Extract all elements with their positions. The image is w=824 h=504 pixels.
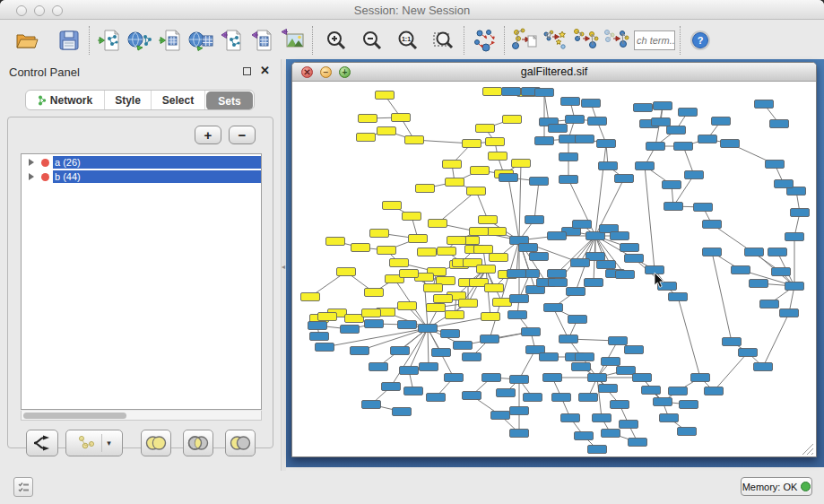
- network-node-blue[interactable]: [585, 279, 603, 287]
- save-session-button[interactable]: [54, 25, 84, 56]
- network-node-yellow[interactable]: [405, 136, 424, 144]
- export-table-button[interactable]: [247, 25, 277, 56]
- tab-style[interactable]: Style: [105, 91, 152, 109]
- network-node-blue[interactable]: [441, 330, 460, 338]
- network-node-blue[interactable]: [732, 266, 750, 274]
- network-node-blue[interactable]: [629, 439, 647, 447]
- network-node-blue[interactable]: [559, 335, 578, 343]
- network-node-yellow[interactable]: [493, 299, 512, 307]
- network-node-blue[interactable]: [510, 295, 529, 303]
- network-edge[interactable]: [678, 297, 700, 378]
- network-node-blue[interactable]: [705, 387, 724, 395]
- network-node-blue[interactable]: [482, 374, 501, 382]
- network-node-blue[interactable]: [646, 143, 665, 151]
- network-node-blue[interactable]: [588, 446, 607, 454]
- network-edge[interactable]: [391, 328, 428, 387]
- network-node-blue[interactable]: [310, 333, 329, 341]
- network-edge[interactable]: [714, 352, 748, 391]
- hide-selection-button[interactable]: [540, 25, 570, 56]
- close-panel-icon[interactable]: ✕: [260, 64, 270, 77]
- combo-arrow-icon[interactable]: ▾: [107, 439, 111, 448]
- set-union-button[interactable]: [141, 430, 171, 456]
- network-node-yellow[interactable]: [488, 228, 507, 236]
- network-node-blue[interactable]: [572, 363, 591, 371]
- network-node-blue[interactable]: [341, 326, 360, 334]
- resize-grip-icon[interactable]: [802, 443, 814, 456]
- network-frame[interactable]: ✕ − + galFiltered.sif: [291, 62, 817, 457]
- network-node-blue[interactable]: [524, 394, 542, 402]
- network-node-blue[interactable]: [576, 135, 594, 143]
- network-node-blue[interactable]: [543, 374, 562, 382]
- network-node-yellow[interactable]: [434, 295, 453, 303]
- network-node-blue[interactable]: [669, 293, 688, 301]
- network-node-blue[interactable]: [561, 98, 580, 106]
- network-node-blue[interactable]: [575, 432, 594, 440]
- network-node-blue[interactable]: [654, 102, 672, 110]
- help-button[interactable]: ?: [685, 25, 716, 56]
- network-edge[interactable]: [712, 252, 732, 342]
- network-node-blue[interactable]: [663, 181, 681, 189]
- network-node-blue[interactable]: [674, 143, 693, 151]
- network-node-yellow[interactable]: [481, 313, 500, 321]
- new-network-from-selection-button[interactable]: [509, 25, 540, 56]
- network-node-yellow[interactable]: [416, 185, 435, 193]
- network-node-blue[interactable]: [365, 320, 384, 328]
- set-row-b[interactable]: b (44): [22, 170, 261, 183]
- apply-layout-button[interactable]: [469, 25, 499, 56]
- network-node-blue[interactable]: [669, 387, 688, 395]
- network-node-yellow[interactable]: [470, 228, 489, 236]
- show-all-button[interactable]: [601, 25, 631, 56]
- network-node-blue[interactable]: [615, 175, 634, 183]
- network-node-blue[interactable]: [642, 387, 661, 395]
- network-node-blue[interactable]: [680, 401, 698, 409]
- network-node-blue[interactable]: [772, 268, 791, 276]
- network-node-blue[interactable]: [561, 414, 580, 422]
- network-node-yellow[interactable]: [337, 268, 356, 276]
- network-node-blue[interactable]: [703, 221, 722, 229]
- network-node-blue[interactable]: [567, 288, 585, 296]
- network-edge[interactable]: [595, 143, 606, 236]
- network-node-blue[interactable]: [530, 178, 549, 186]
- network-node-yellow[interactable]: [429, 220, 447, 228]
- network-node-yellow[interactable]: [476, 125, 495, 133]
- network-node-blue[interactable]: [427, 394, 446, 402]
- zoom-actual-size-button[interactable]: 1:1: [393, 25, 423, 56]
- network-edge[interactable]: [508, 178, 519, 240]
- network-edge[interactable]: [553, 308, 568, 339]
- add-set-button[interactable]: +: [195, 126, 221, 144]
- network-node-blue[interactable]: [654, 398, 672, 406]
- network-node-yellow[interactable]: [377, 247, 396, 255]
- network-node-blue[interactable]: [382, 383, 401, 391]
- network-node-blue[interactable]: [768, 248, 787, 256]
- tab-sets[interactable]: Sets: [206, 91, 253, 110]
- network-node-yellow[interactable]: [512, 160, 531, 168]
- network-node-blue[interactable]: [316, 343, 334, 352]
- open-session-button[interactable]: [11, 25, 41, 56]
- network-node-yellow[interactable]: [318, 313, 337, 321]
- network-node-blue[interactable]: [508, 311, 527, 319]
- network-edge[interactable]: [438, 191, 476, 223]
- network-node-yellow[interactable]: [398, 302, 417, 310]
- network-node-yellow[interactable]: [477, 265, 496, 274]
- search-input[interactable]: ch term...: [634, 30, 675, 50]
- network-node-blue[interactable]: [723, 338, 742, 346]
- network-node-blue[interactable]: [602, 430, 620, 438]
- network-node-blue[interactable]: [652, 118, 671, 126]
- network-node-blue[interactable]: [791, 209, 810, 217]
- network-node-blue[interactable]: [549, 279, 568, 287]
- network-node-blue[interactable]: [588, 117, 607, 126]
- zoom-in-button[interactable]: [321, 25, 351, 56]
- network-node-blue[interactable]: [404, 387, 423, 395]
- network-node-blue[interactable]: [616, 271, 635, 279]
- set-intersection-button[interactable]: [183, 430, 213, 456]
- network-node-yellow[interactable]: [485, 284, 504, 292]
- network-node-blue[interactable]: [760, 300, 779, 308]
- network-node-blue[interactable]: [566, 116, 585, 124]
- split-set-button[interactable]: [26, 430, 58, 456]
- network-node-blue[interactable]: [510, 376, 529, 384]
- network-node-blue[interactable]: [617, 367, 636, 375]
- network-node-blue[interactable]: [579, 394, 598, 402]
- network-node-blue[interactable]: [362, 401, 381, 409]
- network-node-yellow[interactable]: [471, 167, 490, 175]
- network-node-blue[interactable]: [660, 414, 679, 422]
